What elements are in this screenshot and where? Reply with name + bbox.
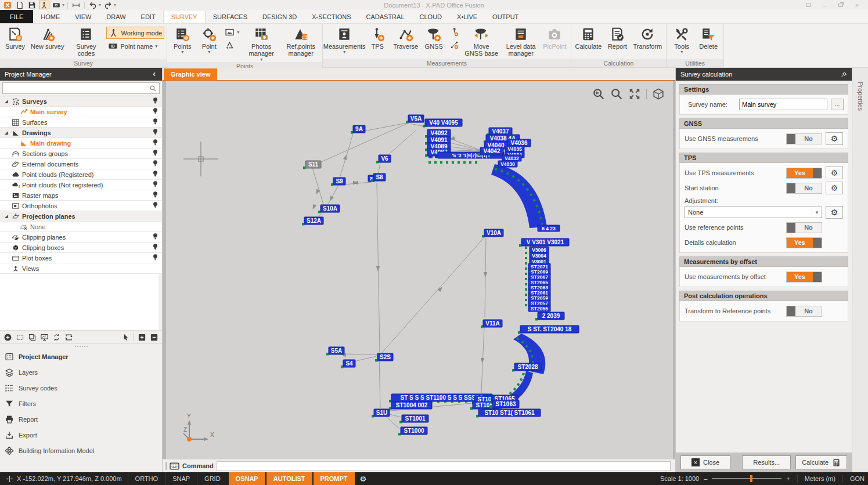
status-toggle-autolist[interactable]: AUTOLIST	[266, 472, 312, 485]
survey-point-label[interactable]: ST1000	[401, 427, 427, 435]
settings-gear-button[interactable]: ⚙	[826, 167, 843, 179]
tree-item-drawings[interactable]: ◢ Drawings	[0, 128, 162, 138]
restore-icon[interactable]	[837, 2, 845, 8]
tree-item-main-drawing[interactable]: Main drawing	[0, 138, 162, 149]
survey-point-label[interactable]: ST10 ST1( ST1061	[478, 409, 541, 417]
status-toggle-osnap[interactable]: OSNAP	[229, 472, 265, 485]
menu-tab-x-live[interactable]: X•LIVE	[449, 10, 485, 23]
collapse-panel-icon[interactable]	[152, 71, 157, 77]
qat-point-id[interactable]: ID	[51, 1, 62, 9]
survey-point-label[interactable]: S12A	[304, 217, 323, 225]
settings-gear-button[interactable]: ⚙	[826, 132, 843, 145]
expander-icon[interactable]: ◢	[2, 214, 10, 219]
survey-point-label[interactable]: ST1001	[402, 415, 428, 422]
canvas-tool-zoom[interactable]	[610, 88, 623, 100]
tree-item-point-clouds-registered[interactable]: Point clouds (Registered)	[0, 169, 162, 180]
pm-toolbar-add[interactable]	[3, 333, 12, 342]
survey-point-label[interactable]: V4037	[489, 128, 512, 135]
ribbon-button-calculate[interactable]: Calculate	[574, 25, 604, 50]
tree-item-views[interactable]: Views	[0, 263, 162, 274]
ribbon-button-point[interactable]: Point ▾	[196, 25, 222, 55]
survey-point-label[interactable]: 6 4 23	[538, 225, 560, 231]
menu-tab-cloud[interactable]: CLOUD	[412, 10, 450, 23]
expander-icon[interactable]: ◢	[2, 99, 10, 104]
tree-item-raster-maps[interactable]: Raster maps	[0, 190, 162, 201]
ribbon-button-ref-points-manager[interactable]: Ref.points manager	[282, 25, 320, 58]
survey-point-label[interactable]: S8	[373, 173, 386, 181]
ribbon-button-measurements[interactable]: Measurements ▾	[325, 25, 363, 55]
nav-item-survey-codes[interactable]: Survey codes	[0, 380, 162, 396]
survey-point-label[interactable]: S11	[305, 161, 321, 168]
survey-point-label[interactable]: V40 V4095	[425, 119, 462, 126]
settings-gear-button[interactable]: ⚙	[826, 182, 843, 194]
qat-new-document[interactable]	[15, 1, 25, 9]
menu-tab-design-3d[interactable]: DESIGN 3D	[255, 10, 304, 23]
qat-redo[interactable]	[103, 1, 113, 9]
visibility-toggle[interactable]	[152, 107, 159, 116]
pm-toolbar-expand-all[interactable]	[138, 333, 146, 342]
visibility-bulb-icon[interactable]	[152, 254, 159, 261]
nav-item-filters[interactable]: Filters	[0, 396, 162, 411]
visibility-toggle[interactable]	[152, 233, 159, 241]
scale-slider[interactable]	[712, 478, 781, 479]
status-toggle-grid[interactable]: GRID	[197, 472, 228, 485]
survey-point-label[interactable]: V11A	[483, 320, 502, 327]
survey-point-label[interactable]: ST1004 002	[391, 401, 432, 409]
visibility-bulb-icon[interactable]	[152, 191, 159, 198]
survey-point-label[interactable]: V4042	[480, 147, 503, 155]
nav-item-building-information-model[interactable]: Building Information Model	[0, 443, 162, 458]
qat-working-mode-small[interactable]	[39, 1, 49, 9]
ribbon-button-gnss-rover[interactable]	[448, 27, 461, 38]
calculate-button[interactable]: Calculate	[795, 455, 847, 469]
ribbon-button-traverse[interactable]: Traverse	[391, 25, 420, 50]
visibility-toggle[interactable]	[152, 118, 159, 126]
survey-point-label[interactable]: V5A	[408, 115, 424, 122]
close-button[interactable]: ×Close	[680, 455, 730, 469]
tree-item-main-survey[interactable]: Main survey	[0, 107, 162, 117]
survey-point-label[interactable]: S10A	[320, 205, 340, 212]
visibility-bulb-icon[interactable]	[152, 128, 159, 136]
ribbon-button-points[interactable]: Points ▾	[170, 25, 195, 55]
ribbon-button-move-gnss-base[interactable]: Move GNSS base	[462, 25, 500, 58]
pm-toolbar-collapse-all[interactable]	[150, 333, 159, 342]
status-toggle-snap[interactable]: SNAP	[165, 472, 197, 485]
tab-graphic-view[interactable]: Graphic view	[164, 68, 217, 80]
visibility-bulb-icon[interactable]	[152, 149, 159, 157]
visibility-bulb-icon[interactable]	[152, 118, 159, 125]
visibility-toggle[interactable]	[152, 170, 159, 179]
close-icon[interactable]: ×	[853, 2, 861, 8]
survey-point-label[interactable]: S2S	[377, 353, 393, 361]
status-toggle-prompt[interactable]: PROMPT	[314, 472, 355, 485]
pm-toolbar-select[interactable]	[16, 333, 24, 342]
status-settings-gear-icon[interactable]: ⚙	[355, 475, 372, 483]
survey-point-label[interactable]: S4	[343, 360, 355, 367]
angle-unit-selector[interactable]: GON	[850, 475, 865, 482]
qat-xpad-logo[interactable]	[2, 1, 13, 9]
pm-toolbar-copy[interactable]	[28, 333, 37, 342]
browse-button[interactable]: ...	[831, 99, 844, 110]
ribbon-button-survey-codes[interactable]: Survey codes	[67, 25, 105, 58]
toggle-use-reference-points[interactable]: No	[786, 222, 822, 233]
survey-point-label[interactable]: S5A	[329, 347, 344, 354]
ribbon-button-image-frame[interactable]: ▾	[223, 27, 241, 38]
survey-point-label[interactable]: V6	[379, 155, 391, 162]
status-toggle-ortho[interactable]: ORTHO	[128, 472, 165, 485]
canvas-tool-view-3d[interactable]	[652, 88, 665, 100]
tree-item-external-documents[interactable]: External documents	[0, 159, 162, 169]
command-input[interactable]	[217, 461, 671, 471]
toggle-use-tps-measurements[interactable]: Yes	[786, 168, 822, 179]
survey-point-label[interactable]: V10A	[484, 229, 503, 237]
zoom-out-minus[interactable]: –	[704, 475, 707, 482]
toggle-use-gnss-measuremens[interactable]: No	[786, 133, 822, 144]
visibility-bulb-icon[interactable]	[152, 180, 159, 188]
visibility-toggle[interactable]	[152, 180, 159, 189]
tree-item-plot-boxes[interactable]: Plot boxes	[0, 253, 162, 263]
visibility-toggle[interactable]	[152, 149, 159, 158]
survey-name-input[interactable]	[739, 99, 827, 110]
nav-item-project-manager[interactable]: Project Manager	[0, 349, 162, 364]
visibility-toggle[interactable]	[152, 201, 159, 210]
toggle-transform-to-reference-points[interactable]: No	[786, 306, 822, 317]
adjustment-select[interactable]: None▾	[685, 207, 822, 218]
survey-point-label[interactable]: S ST. ST2040 18	[520, 325, 579, 333]
visibility-toggle[interactable]	[152, 97, 159, 106]
